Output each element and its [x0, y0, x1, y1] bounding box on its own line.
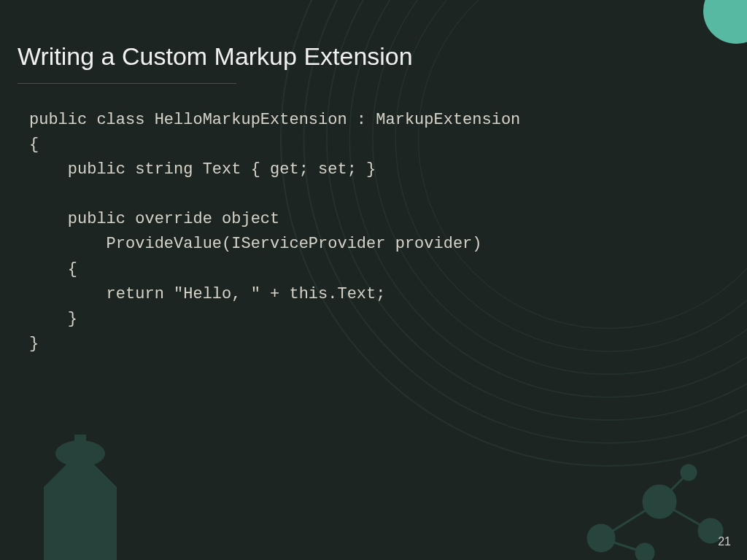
svg-line-10 — [601, 502, 659, 538]
code-line: } — [29, 335, 39, 353]
svg-rect-8 — [76, 527, 85, 542]
code-line: } — [29, 310, 77, 328]
code-line: { — [29, 260, 77, 279]
page-number: 21 — [718, 535, 731, 548]
svg-rect-2 — [74, 435, 86, 454]
building-silhouette-icon — [15, 421, 146, 560]
code-block: public class HelloMarkupExtension : Mark… — [29, 108, 520, 357]
svg-point-18 — [636, 544, 654, 560]
svg-point-14 — [588, 525, 614, 551]
code-line: ProvideValue(IServiceProvider provider) — [29, 235, 482, 253]
slide-title: Writing a Custom Markup Extension — [18, 42, 413, 71]
title-underline — [18, 83, 236, 84]
code-line: public string Text { get; set; } — [29, 160, 376, 179]
code-line: return "Hello, " + this.Text; — [29, 285, 385, 303]
corner-accent-circle — [703, 0, 747, 44]
svg-rect-6 — [97, 502, 106, 516]
svg-line-12 — [659, 472, 689, 502]
code-line: { — [29, 136, 39, 154]
svg-rect-5 — [76, 502, 85, 516]
svg-point-3 — [55, 440, 105, 467]
svg-point-17 — [681, 465, 696, 480]
svg-line-13 — [601, 538, 645, 553]
svg-line-11 — [659, 502, 711, 531]
svg-rect-9 — [97, 527, 106, 542]
svg-rect-0 — [44, 487, 117, 560]
code-line: public override object — [29, 210, 279, 228]
svg-rect-7 — [55, 527, 63, 542]
svg-point-15 — [643, 486, 676, 518]
svg-rect-4 — [55, 502, 63, 516]
code-line: public class HelloMarkupExtension : Mark… — [29, 111, 520, 129]
svg-marker-1 — [44, 451, 117, 487]
